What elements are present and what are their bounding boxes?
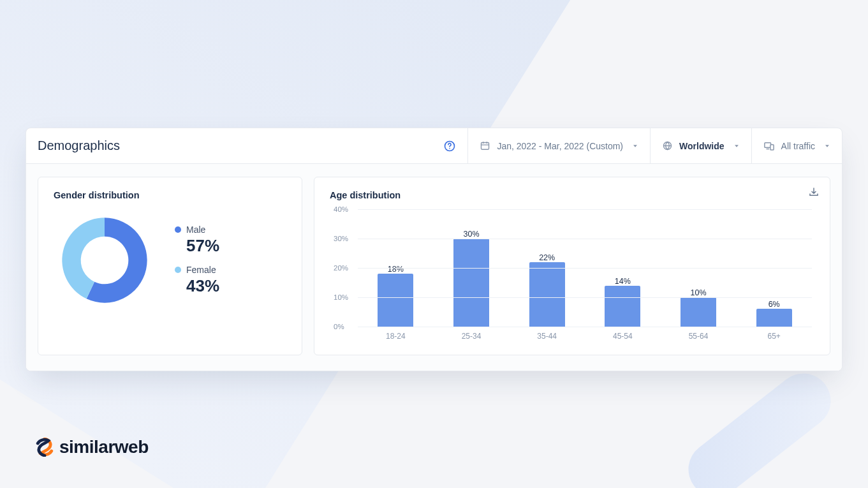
gender-donut-chart [54, 209, 156, 311]
bar-value-label: 18% [388, 265, 404, 274]
grid-line [358, 209, 812, 210]
legend-label: Male [186, 225, 205, 235]
bar-value-label: 14% [615, 277, 631, 286]
background-pill [677, 362, 842, 488]
x-axis-tick: 55-64 [661, 327, 737, 343]
svg-rect-5 [770, 144, 773, 149]
y-axis-tick: 10% [334, 293, 348, 301]
bar [529, 262, 565, 327]
download-button[interactable] [808, 186, 820, 200]
download-icon [808, 189, 820, 200]
bar-value-label: 30% [463, 230, 479, 239]
x-axis-tick: 65+ [736, 327, 812, 343]
date-range-label: Jan, 2022 - Mar, 2022 (Custom) [497, 141, 623, 151]
legend-value: 43% [186, 276, 219, 296]
bar [756, 309, 792, 327]
x-axis-tick: 25-34 [434, 327, 510, 343]
legend-value: 57% [186, 236, 219, 256]
gender-card-title: Gender distribution [54, 190, 286, 200]
legend-label: Female [186, 265, 216, 275]
bar [605, 286, 640, 327]
similarweb-logo-icon [35, 438, 54, 457]
y-axis-tick: 40% [334, 205, 348, 213]
traffic-selector[interactable]: All traffic [751, 128, 842, 163]
similarweb-logo: similarweb [35, 437, 149, 457]
bar [453, 239, 489, 327]
gender-legend: Male57%Female43% [175, 225, 219, 296]
panel-body: Gender distribution Male57%Female43% Age… [26, 164, 842, 371]
page-title: Demographics [26, 138, 432, 153]
legend-row-male: Male57% [175, 225, 219, 256]
chevron-down-icon [824, 143, 830, 149]
svg-rect-2 [482, 143, 489, 150]
demographics-panel: Demographics Jan, 2022 - Mar, 2022 (Cust… [26, 128, 842, 371]
chevron-down-icon [632, 143, 638, 149]
date-range-selector[interactable]: Jan, 2022 - Mar, 2022 (Custom) [467, 128, 650, 163]
globe-icon [662, 140, 673, 151]
legend-row-female: Female43% [175, 265, 219, 296]
help-button[interactable] [432, 128, 467, 163]
panel-header: Demographics Jan, 2022 - Mar, 2022 (Cust… [26, 128, 842, 164]
region-selector[interactable]: Worldwide [650, 128, 751, 163]
y-axis-tick: 30% [334, 235, 348, 242]
similarweb-logo-text: similarweb [59, 437, 149, 457]
chevron-down-icon [733, 143, 740, 149]
x-axis-tick: 35-44 [509, 327, 585, 343]
age-distribution-card: Age distribution 18%30%22%14%10%6% 0%10%… [314, 177, 830, 355]
bar [378, 274, 413, 327]
x-axis-tick: 18-24 [358, 327, 434, 343]
grid-line [358, 239, 812, 239]
bar-value-label: 6% [769, 300, 780, 309]
svg-point-1 [450, 148, 451, 149]
region-label: Worldwide [679, 141, 725, 151]
bar-value-label: 22% [539, 253, 555, 262]
x-axis-tick: 45-54 [585, 327, 661, 343]
help-icon [443, 140, 456, 152]
grid-line [358, 268, 812, 269]
bar [680, 297, 716, 327]
age-bar-chart: 18%30%22%14%10%6% 0%10%20%30%40% 18-2425… [332, 209, 812, 343]
y-axis-tick: 0% [334, 323, 344, 330]
legend-dot [175, 267, 181, 273]
grid-line [358, 297, 812, 298]
bar-value-label: 10% [691, 288, 707, 297]
y-axis-tick: 20% [334, 264, 348, 272]
gender-distribution-card: Gender distribution Male57%Female43% [38, 177, 302, 355]
age-card-title: Age distribution [330, 190, 814, 200]
devices-icon [763, 140, 775, 152]
traffic-label: All traffic [781, 141, 815, 151]
calendar-icon [480, 140, 490, 151]
legend-dot [175, 226, 181, 233]
gender-donut-area: Male57%Female43% [54, 209, 286, 311]
